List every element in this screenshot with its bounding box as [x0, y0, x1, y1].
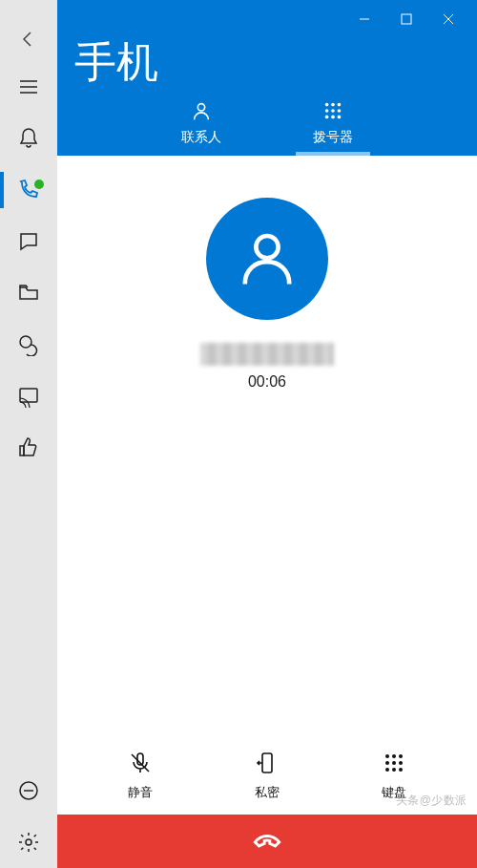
svg-point-18 — [385, 754, 389, 758]
watermark: 头条@少数派 — [396, 793, 467, 809]
mute-label: 静音 — [128, 784, 153, 801]
tab-dialer[interactable]: 拨号器 — [296, 100, 370, 156]
svg-point-13 — [331, 116, 335, 119]
dialpad-icon — [322, 100, 343, 125]
private-icon — [256, 752, 279, 778]
svg-point-5 — [197, 104, 204, 111]
hangup-icon — [251, 823, 283, 859]
sidebar — [0, 0, 57, 868]
close-button[interactable] — [427, 6, 469, 32]
settings-button[interactable] — [0, 816, 57, 868]
svg-point-22 — [392, 761, 396, 765]
tab-bar: 联系人 拨号器 — [57, 100, 477, 156]
contacts-icon — [191, 100, 212, 125]
svg-point-25 — [392, 768, 396, 772]
window-controls — [57, 6, 477, 32]
svg-point-24 — [385, 768, 389, 772]
svg-rect-17 — [262, 753, 272, 773]
svg-point-6 — [325, 103, 329, 107]
files-nav[interactable] — [0, 267, 57, 319]
tab-contacts[interactable]: 联系人 — [164, 100, 238, 156]
svg-point-11 — [338, 109, 342, 113]
svg-point-8 — [338, 103, 342, 107]
svg-point-20 — [399, 754, 403, 758]
svg-point-21 — [385, 761, 389, 765]
private-button[interactable]: 私密 — [219, 752, 315, 801]
svg-rect-4 — [402, 14, 411, 24]
back-button[interactable] — [0, 17, 57, 61]
tab-contacts-label: 联系人 — [181, 129, 221, 146]
svg-point-12 — [325, 116, 329, 119]
svg-point-7 — [331, 103, 335, 107]
phone-nav[interactable] — [0, 164, 57, 216]
call-timer: 00:06 — [248, 373, 286, 391]
svg-point-23 — [399, 761, 403, 765]
like-nav[interactable] — [0, 422, 57, 474]
call-area: 00:06 — [57, 156, 477, 752]
minimize-button[interactable] — [343, 6, 385, 32]
do-not-disturb-button[interactable] — [0, 765, 57, 816]
tab-dialer-label: 拨号器 — [313, 129, 353, 146]
hangup-button[interactable] — [57, 815, 477, 868]
svg-point-26 — [399, 768, 403, 772]
messages-nav[interactable] — [0, 216, 57, 267]
svg-point-10 — [331, 109, 335, 113]
svg-point-15 — [256, 236, 278, 258]
svg-point-9 — [325, 109, 329, 113]
contact-avatar — [206, 198, 328, 320]
cast-nav[interactable] — [0, 370, 57, 422]
main-panel: 手机 联系人 拨号器 00:06 — [57, 0, 477, 868]
menu-button[interactable] — [0, 61, 57, 113]
svg-point-0 — [20, 336, 31, 348]
header: 手机 联系人 拨号器 — [57, 0, 477, 156]
svg-point-14 — [338, 116, 342, 119]
keypad-icon — [383, 752, 405, 778]
chat-nav[interactable] — [0, 319, 57, 370]
presence-indicator — [34, 180, 44, 189]
svg-rect-1 — [20, 389, 37, 402]
svg-point-19 — [392, 754, 396, 758]
contact-name-redacted — [200, 343, 334, 366]
notifications-button[interactable] — [0, 113, 57, 164]
person-icon — [238, 227, 297, 290]
maximize-button[interactable] — [385, 6, 427, 32]
private-label: 私密 — [255, 784, 280, 801]
mute-icon — [129, 752, 152, 778]
page-title: 手机 — [57, 32, 477, 100]
mute-button[interactable]: 静音 — [93, 752, 188, 801]
svg-point-3 — [26, 839, 31, 845]
